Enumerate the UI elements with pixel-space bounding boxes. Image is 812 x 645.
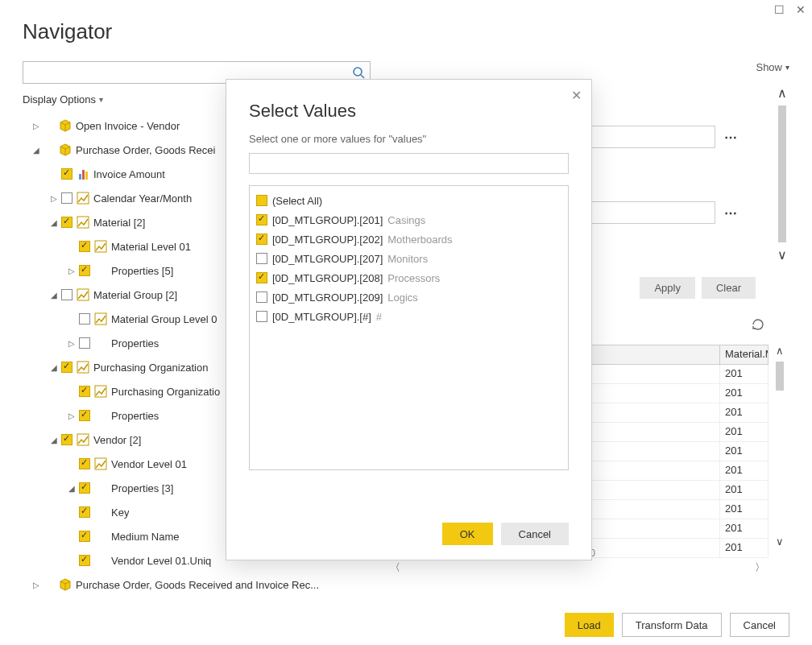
checkbox[interactable] <box>256 311 267 322</box>
maximize-icon[interactable]: ☐ <box>774 3 785 16</box>
checkbox[interactable] <box>61 289 72 300</box>
tree-label: Vendor Level 01 <box>111 458 187 470</box>
checkbox[interactable] <box>79 458 90 469</box>
scroll-up-icon[interactable]: ∧ <box>776 345 784 357</box>
svg-line-1 <box>361 75 364 78</box>
expand-caret[interactable]: ▷ <box>50 194 58 203</box>
value-option[interactable]: [0D_MTLGROUP].[202] Motherboards <box>256 229 561 249</box>
tree-label: Calendar Year/Month <box>93 192 192 205</box>
expand-caret[interactable]: ▷ <box>32 122 40 130</box>
checkbox[interactable] <box>79 531 90 542</box>
svg-rect-4 <box>95 241 106 252</box>
checkbox[interactable] <box>79 482 90 494</box>
svg-rect-3 <box>77 217 89 228</box>
scroll-down-icon[interactable]: ∨ <box>777 247 787 263</box>
checkbox[interactable] <box>61 434 72 445</box>
transform-data-button[interactable]: Transform Data <box>622 613 722 637</box>
checkbox[interactable] <box>79 386 90 397</box>
tree-label: Purchase Order, Goods Recei <box>76 144 215 156</box>
expand-caret[interactable]: ▷ <box>68 267 76 275</box>
dialog-subtitle: Select one or more values for "values" <box>249 133 569 145</box>
load-button[interactable]: Load <box>565 613 614 637</box>
value-option[interactable]: [0D_MTLGROUP].[209] Logics <box>256 287 561 307</box>
clear-button[interactable]: Clear <box>702 277 756 299</box>
ellipsis-button[interactable]: ⋯ <box>720 126 741 147</box>
value-option[interactable]: [0D_MTLGROUP].[207] Monitors <box>256 249 561 268</box>
checkbox[interactable] <box>61 217 72 228</box>
svg-rect-5 <box>77 289 89 300</box>
expand-caret[interactable]: ▷ <box>68 411 76 420</box>
chevron-down-icon: ▾ <box>785 63 789 72</box>
svg-rect-8 <box>95 386 106 397</box>
expand-caret[interactable]: ◢ <box>32 146 40 155</box>
expand-caret[interactable]: ◢ <box>50 291 58 300</box>
tree-label: Open Invoice - Vendor <box>76 120 180 132</box>
refresh-icon[interactable] <box>751 317 765 336</box>
tree-label: Material Group Level 0 <box>111 313 218 325</box>
close-icon[interactable]: ✕ <box>571 88 582 103</box>
chevron-down-icon: ▾ <box>99 95 103 104</box>
svg-rect-7 <box>77 362 89 373</box>
expand-caret[interactable]: ◢ <box>50 436 58 444</box>
tree-label: Medium Name <box>111 531 180 543</box>
scroll-right-icon[interactable]: 〉 <box>755 560 765 575</box>
dialog-title: Select Values <box>249 101 569 122</box>
checkbox[interactable] <box>256 272 267 283</box>
scroll-left-icon[interactable]: 〈 <box>390 560 400 575</box>
tree-label: Key <box>111 506 129 519</box>
tree-label: Purchasing Organization <box>93 362 208 374</box>
values-filter-input[interactable] <box>249 153 569 174</box>
tree-label: Properties [5] <box>111 265 173 277</box>
svg-point-0 <box>354 68 362 76</box>
checkbox[interactable] <box>61 168 72 180</box>
scroll-down-icon[interactable]: ∨ <box>776 535 784 548</box>
search-icon <box>352 66 365 79</box>
checkbox[interactable] <box>79 555 90 566</box>
select-values-dialog: ✕ Select Values Select one or more value… <box>226 79 592 560</box>
tree-label: Vendor [2] <box>93 434 141 446</box>
ellipsis-button[interactable]: ⋯ <box>720 202 741 223</box>
svg-rect-2 <box>77 192 89 204</box>
checkbox[interactable] <box>79 265 90 276</box>
checkbox[interactable] <box>256 291 267 303</box>
tree-label: Properties <box>111 410 159 422</box>
checkbox[interactable] <box>79 410 90 421</box>
scroll-up-icon[interactable]: ∧ <box>777 85 787 101</box>
checkbox[interactable] <box>256 214 267 225</box>
apply-button[interactable]: Apply <box>640 277 695 299</box>
checkbox[interactable] <box>256 234 267 245</box>
value-option[interactable]: [0D_MTLGROUP].[#] # <box>256 307 561 326</box>
checkbox[interactable] <box>79 337 90 349</box>
expand-caret[interactable]: ▷ <box>32 581 40 589</box>
svg-rect-9 <box>77 434 89 445</box>
tree-label: Material Level 01 <box>111 241 191 253</box>
tree-label: Material [2] <box>93 217 145 229</box>
checkbox[interactable] <box>79 506 90 518</box>
checkbox[interactable] <box>256 253 267 264</box>
expand-caret[interactable]: ▷ <box>68 339 76 348</box>
expand-caret[interactable]: ◢ <box>50 218 58 227</box>
tree-label: Properties [3] <box>111 482 173 494</box>
checkbox[interactable] <box>61 362 72 373</box>
tree-label: Vendor Level 01.Uniq <box>111 555 211 567</box>
close-window-icon[interactable]: ✕ <box>796 3 806 16</box>
values-list: (Select All) [0D_MTLGROUP].[201] Casings… <box>249 185 569 470</box>
checkbox[interactable] <box>79 313 90 325</box>
value-option[interactable]: [0D_MTLGROUP].[201] Casings <box>256 210 561 229</box>
show-dropdown[interactable]: Show ▾ <box>756 61 789 73</box>
tree-label: Invoice Amount <box>93 168 165 180</box>
tree-item[interactable]: ▷Purchase Order, Goods Received and Invo… <box>23 573 371 597</box>
expand-caret[interactable]: ◢ <box>50 363 58 372</box>
checkbox[interactable] <box>79 241 90 252</box>
table-header[interactable]: Material.M <box>720 345 768 365</box>
value-option[interactable]: [0D_MTLGROUP].[208] Processors <box>256 268 561 287</box>
select-all-row[interactable]: (Select All) <box>256 191 561 210</box>
cancel-button[interactable]: Cancel <box>730 613 789 637</box>
cancel-button[interactable]: Cancel <box>501 523 569 545</box>
tree-label: Purchase Order, Goods Received and Invoi… <box>76 579 319 591</box>
page-title: Navigator <box>23 19 112 44</box>
checkbox-indeterminate[interactable] <box>256 195 267 206</box>
expand-caret[interactable]: ◢ <box>68 484 76 493</box>
checkbox[interactable] <box>61 192 72 204</box>
ok-button[interactable]: OK <box>442 523 493 545</box>
